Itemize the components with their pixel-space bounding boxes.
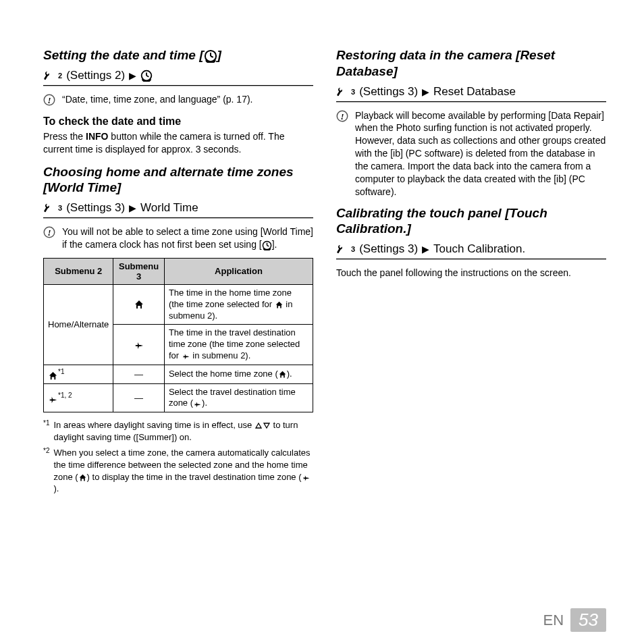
body-check-date-time: Press the INFO button while the camera i…: [43, 130, 313, 156]
section-divider: [43, 85, 313, 86]
table-header-row: Submenu 2 Submenu 3 Application: [44, 258, 313, 284]
triangle-down-icon: [263, 422, 271, 429]
manual-page: Setting the date and time [] 2 (Settings…: [0, 0, 644, 644]
path-target: World Time: [140, 201, 198, 215]
wrench-icon: [336, 244, 347, 254]
cell-home-icon: [113, 284, 165, 325]
footnote-ref: *1: [58, 368, 64, 375]
body-touch-calibration: Touch the panel following the instructio…: [336, 267, 606, 279]
app-text: The time in the home time zone (the time…: [169, 288, 292, 309]
cell-app-home: The time in the home time zone (the time…: [164, 284, 313, 325]
table-row: *1 — Select the home time zone ().: [44, 365, 313, 383]
th-submenu2: Submenu 2: [44, 258, 113, 284]
clock-icon: [140, 70, 153, 82]
subheading-check-date-time: To check the date and time: [43, 115, 313, 128]
fn-mid: ) to display the time in the travel dest…: [87, 472, 302, 482]
page-footer: EN 53: [543, 608, 606, 632]
triangle-up-icon: [254, 422, 263, 429]
cell-plane-icon: [113, 325, 165, 365]
heading-setting-date-time: Setting the date and time []: [43, 47, 313, 63]
path-label: (Settings 3): [359, 85, 418, 99]
arrow-icon: ▶: [422, 86, 429, 97]
app-text: Select the travel destination time zone …: [169, 387, 296, 408]
heading-suffix: ]: [217, 48, 221, 62]
cell-dash: —: [113, 383, 165, 412]
section-divider: [43, 217, 313, 219]
wrench-icon: [336, 86, 347, 97]
footnote-2: *2 When you select a time zone, the came…: [43, 447, 313, 494]
heading-touch-calibration: Calibrating the touch panel [Touch Calib…: [336, 205, 606, 238]
cell-app-select-home: Select the home time zone ().: [164, 365, 313, 383]
home-icon: [275, 300, 284, 309]
world-time-table: Submenu 2 Submenu 3 Application Home/Alt…: [43, 258, 313, 413]
th-application: Application: [164, 258, 313, 284]
arrow-icon: ▶: [422, 244, 429, 254]
settings-number-3: 3: [351, 245, 355, 253]
menu-path-reset-database: 3 (Settings 3) ▶ Reset Database: [336, 85, 606, 99]
settings-number-2: 2: [58, 72, 62, 80]
info-button-label: INFO: [86, 131, 108, 142]
th-submenu3: Submenu 3: [113, 258, 165, 284]
fn-after: ).: [53, 483, 59, 493]
note-after: ].: [272, 239, 277, 250]
heading-reset-database: Restoring data in the camera [Reset Data…: [336, 47, 606, 80]
footnote-text: When you select a time zone, the camera …: [53, 447, 313, 494]
cell-plane-fn12: *1, 2: [44, 383, 113, 412]
cell-dash: —: [113, 365, 165, 383]
page-number: 53: [579, 610, 598, 630]
footnote-text: In areas where daylight saving time is i…: [53, 419, 313, 443]
footnotes: *1 In areas where daylight saving time i…: [43, 419, 313, 494]
left-column: Setting the date and time [] 2 (Settings…: [43, 41, 313, 499]
note-text: Playback will become available by perfor…: [355, 109, 606, 198]
heading-text: Setting the date and time [: [43, 48, 204, 62]
airplane-icon: [302, 473, 311, 482]
airplane-icon: [134, 340, 144, 350]
footnote-1: *1 In areas where daylight saving time i…: [43, 419, 313, 443]
two-column-layout: Setting the date and time [] 2 (Settings…: [43, 41, 606, 499]
home-icon: [134, 299, 144, 310]
note-date-time-reference: “Date, time, time zone, and language” (p…: [43, 93, 313, 106]
arrow-icon: ▶: [129, 203, 136, 213]
language-code: EN: [543, 612, 564, 629]
path-target: Reset Database: [433, 85, 516, 99]
caution-icon: [43, 94, 55, 106]
path-label: (Settings 3): [66, 201, 125, 215]
note-text: You will not be able to select a time zo…: [62, 225, 313, 251]
right-column: Restoring data in the camera [Reset Data…: [336, 41, 606, 499]
footnote-label: *2: [43, 446, 49, 493]
settings-number-3: 3: [351, 88, 355, 96]
footnote-label: *1: [43, 419, 49, 442]
footnote-ref: *1, 2: [58, 392, 72, 399]
section-divider: [336, 101, 606, 103]
airplane-icon: [48, 394, 58, 404]
path-label: (Settings 3): [359, 242, 418, 256]
wrench-icon: [43, 203, 54, 213]
menu-path-touch-calibration: 3 (Settings 3) ▶ Touch Calibration.: [336, 242, 606, 256]
note-world-time-precondition: You will not be able to select a time zo…: [43, 225, 313, 251]
page-number-box: 53: [570, 608, 606, 632]
table-row: Home/Alternate The time in the home time…: [44, 284, 313, 325]
cell-home-fn1: *1: [44, 365, 113, 383]
menu-path-world-time: 3 (Settings 3) ▶ World Time: [43, 201, 313, 215]
path-label: (Settings 2): [66, 69, 125, 82]
menu-path-settings2: 2 (Settings 2) ▶: [43, 69, 313, 82]
fn-before: In areas where daylight saving time is i…: [53, 420, 254, 430]
airplane-icon: [182, 352, 190, 360]
path-target: Touch Calibration.: [433, 242, 525, 256]
app-text: ).: [287, 369, 292, 379]
clock-icon: [204, 49, 217, 63]
cell-app-select-travel: Select the travel destination time zone …: [164, 383, 313, 412]
wrench-icon: [43, 70, 54, 81]
app-text: ).: [202, 398, 207, 408]
home-icon: [48, 371, 58, 381]
body-prefix: Press the: [43, 131, 86, 142]
app-text: Select the home time zone (: [169, 369, 278, 379]
cell-home-alternate: Home/Alternate: [44, 284, 113, 365]
section-divider: [336, 259, 606, 260]
settings-number-3: 3: [58, 204, 62, 212]
clock-icon: [262, 240, 272, 250]
caution-icon: [336, 110, 348, 122]
heading-world-time: Choosing home and alternate time zones […: [43, 164, 313, 196]
arrow-icon: ▶: [129, 70, 136, 81]
home-icon: [78, 473, 87, 482]
